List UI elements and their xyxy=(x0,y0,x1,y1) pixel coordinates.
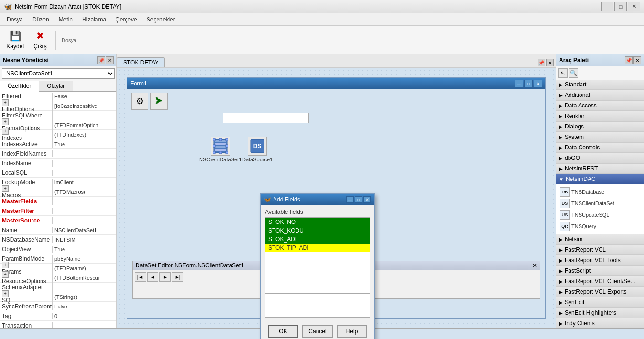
palette-group-header[interactable]: ▶Data Controls xyxy=(556,143,644,153)
menu-metin[interactable]: Metin xyxy=(54,15,77,24)
property-expand-btn[interactable]: + xyxy=(2,99,9,106)
property-row[interactable]: IndexName xyxy=(0,159,116,168)
form-minimize-btn[interactable]: ─ xyxy=(515,80,523,87)
palette-group-header[interactable]: ▶FastReport VCL xyxy=(556,245,644,255)
palette-group-header[interactable]: ▶Netsim xyxy=(556,234,644,244)
dialog-close[interactable]: ✕ xyxy=(363,196,371,203)
palette-item[interactable]: USTNSUpdateSQL xyxy=(558,209,642,221)
property-row[interactable]: Transaction xyxy=(0,321,116,328)
menu-hizalama[interactable]: Hizalama xyxy=(77,15,111,24)
property-row[interactable]: MasterFilter xyxy=(0,206,116,216)
tab-properties[interactable]: Özellikler xyxy=(0,81,39,92)
palette-item[interactable]: QRTNSQuery xyxy=(558,221,642,232)
exit-icon: ✖ xyxy=(36,30,44,42)
property-row[interactable]: NSDatabaseNameINETSIM xyxy=(0,235,116,244)
close-button[interactable]: ✕ xyxy=(628,2,640,11)
right-panel-pin[interactable]: 📌 xyxy=(625,56,633,64)
property-row[interactable]: ObjectViewTrue xyxy=(0,244,116,254)
dataset-editor-close[interactable]: ✕ xyxy=(532,262,537,269)
panel-pin-button[interactable]: 📌 xyxy=(97,56,105,64)
palette-arrow-icon[interactable]: ↖ xyxy=(558,68,568,78)
help-button[interactable]: Help xyxy=(337,325,367,338)
menu-duzen[interactable]: Düzen xyxy=(28,15,54,24)
property-name: ObjectView xyxy=(0,246,53,253)
property-row[interactable]: IndexesActiveTrue xyxy=(0,139,116,149)
nav-prev[interactable]: ◄ xyxy=(147,272,158,282)
nav-first[interactable]: |◄ xyxy=(135,272,146,282)
fields-listbox[interactable]: STOK_NOSTOK_KODUSTOK_ADISTOK_TIP_ADI xyxy=(265,217,370,294)
tab-events[interactable]: Olaylar xyxy=(39,81,73,91)
property-row[interactable]: +ResourceOptions(TFDBottomResour xyxy=(0,273,116,283)
palette-group-header[interactable]: ▶NetsimREST xyxy=(556,164,644,174)
dialog-minimize[interactable]: ─ xyxy=(346,196,354,203)
property-expand-btn[interactable]: + xyxy=(2,262,9,268)
component-nsclientdataset1[interactable]: NSClientDataSet1 xyxy=(199,137,242,162)
palette-group-header[interactable]: ▶Dialogs xyxy=(556,122,644,132)
dialog-maximize[interactable]: □ xyxy=(355,196,362,203)
panel-close-button[interactable]: ✕ xyxy=(106,56,114,64)
palette-group-header[interactable]: ▶dbGO xyxy=(556,153,644,163)
menu-secenekler[interactable]: Seçenekler xyxy=(142,15,180,24)
palette-group-header[interactable]: ▶Data Access xyxy=(556,101,644,111)
expand-icon: ▶ xyxy=(559,114,563,119)
palette-group-header[interactable]: ▶SynEdit xyxy=(556,297,644,307)
field-item[interactable]: STOK_ADI xyxy=(265,235,370,244)
property-row[interactable]: +Indexes(TFDIndexes) xyxy=(0,130,116,139)
property-row[interactable]: MasterSource xyxy=(0,216,116,225)
property-row[interactable]: +SQL(TStrings) xyxy=(0,292,116,302)
palette-group-header[interactable]: ▶FastReport VCL Tools xyxy=(556,255,644,265)
add-fields-dialog[interactable]: 🦋 Add Fields ─ □ ✕ Available fields STOK… xyxy=(260,193,375,339)
form-tool-settings[interactable]: ⚙ xyxy=(131,93,148,110)
exit-button[interactable]: ✖ Çıkış xyxy=(29,28,52,52)
property-expand-btn[interactable]: + xyxy=(2,271,9,278)
object-dropdown[interactable]: NSClientDataSet1 xyxy=(2,68,115,79)
palette-group-header[interactable]: ▶Renkler xyxy=(556,111,644,121)
form-tab-stok[interactable]: STOK DETAY xyxy=(117,57,165,67)
ok-button[interactable]: OK xyxy=(268,325,298,338)
palette-group-header[interactable]: ▶Standart xyxy=(556,80,644,90)
palette-group-header[interactable]: ▶FastScript xyxy=(556,266,644,276)
property-expand-btn[interactable]: + xyxy=(2,290,9,297)
field-item[interactable]: STOK_TIP_ADI xyxy=(265,244,370,252)
menu-dosya[interactable]: Dosya xyxy=(2,15,28,24)
minimize-button[interactable]: ─ xyxy=(601,2,613,11)
field-item[interactable]: STOK_KODU xyxy=(265,226,370,235)
palette-search-icon[interactable]: 🔍 xyxy=(569,68,578,78)
palette-group-header[interactable]: ▶Indy Clients xyxy=(556,318,644,328)
menu-cerceve[interactable]: Çerçeve xyxy=(111,15,142,24)
property-expand-btn[interactable]: + xyxy=(2,128,9,135)
form-tab-pin[interactable]: 📌 xyxy=(538,59,545,66)
field-item[interactable]: STOK_NO xyxy=(265,218,370,226)
property-row[interactable]: SyncRefreshParentFFalse xyxy=(0,302,116,311)
palette-item[interactable]: DSTNSClientDataSet xyxy=(558,198,642,209)
component-datasource1[interactable]: DS DataSource1 xyxy=(242,137,273,162)
property-row[interactable]: LocalSQL xyxy=(0,168,116,178)
cancel-button[interactable]: Cancel xyxy=(302,325,333,338)
property-row[interactable]: MasterFields xyxy=(0,197,116,206)
right-panel-close[interactable]: ✕ xyxy=(633,56,641,64)
form-maximize-btn[interactable]: □ xyxy=(524,80,533,87)
palette-group-header[interactable]: ▶SynEdit Highlighters xyxy=(556,308,644,318)
property-row[interactable]: NameNSClientDataSet1 xyxy=(0,225,116,235)
property-row[interactable]: IndexFieldNames xyxy=(0,149,116,159)
property-row[interactable]: Tag0 xyxy=(0,311,116,321)
save-button[interactable]: 💾 Kaydet xyxy=(4,28,27,52)
palette-group-header[interactable]: ▶FastReport VCL Exports xyxy=(556,287,644,297)
property-expand-btn[interactable]: + xyxy=(2,118,9,125)
form-tab-close[interactable]: ✕ xyxy=(546,59,554,66)
form-tool-import[interactable]: ⮞ xyxy=(150,93,168,110)
nav-last[interactable]: ►| xyxy=(172,272,183,282)
property-row[interactable]: +FilterOptions[foCaseInsensitive xyxy=(0,101,116,111)
nav-next[interactable]: ► xyxy=(159,272,171,282)
maximize-button[interactable]: □ xyxy=(614,2,627,11)
palette-group-label: FastReport VCL xyxy=(565,246,606,253)
palette-group-header[interactable]: ▶Additional xyxy=(556,90,644,100)
palette-group-header[interactable]: ▶System xyxy=(556,132,644,142)
palette-group-header[interactable]: ▶FastReport VCL Client/Se... xyxy=(556,276,644,286)
palette-group-header[interactable]: ▼NetsimDAC xyxy=(556,174,644,184)
palette-group: ▶FastScript xyxy=(556,266,644,276)
property-expand-btn[interactable]: + xyxy=(2,185,9,192)
form-close-btn[interactable]: ✕ xyxy=(534,80,542,87)
property-row[interactable]: +Macros(TFDMacros) xyxy=(0,187,116,197)
palette-item[interactable]: DBTNSDatabase xyxy=(558,186,642,198)
